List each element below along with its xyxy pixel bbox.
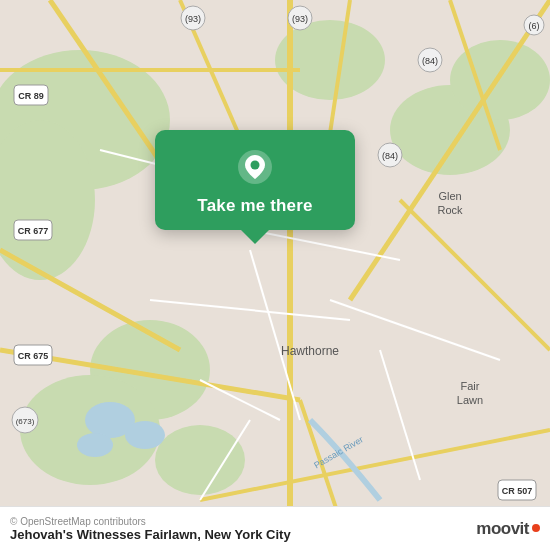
svg-text:(673): (673)	[16, 417, 35, 426]
osm-attribution: © OpenStreetMap contributors	[10, 516, 291, 527]
svg-text:CR 677: CR 677	[18, 226, 49, 236]
svg-text:Rock: Rock	[437, 204, 463, 216]
svg-point-11	[77, 433, 113, 457]
svg-point-7	[450, 40, 550, 120]
svg-point-5	[155, 425, 245, 495]
svg-text:(84): (84)	[382, 151, 398, 161]
svg-point-10	[125, 421, 165, 449]
bottom-bar: © OpenStreetMap contributors Jehovah's W…	[0, 506, 550, 550]
bottom-left-info: © OpenStreetMap contributors Jehovah's W…	[10, 516, 291, 542]
svg-text:(93): (93)	[185, 14, 201, 24]
svg-text:(93): (93)	[292, 14, 308, 24]
svg-text:Hawthorne: Hawthorne	[281, 344, 339, 358]
svg-text:Glen: Glen	[438, 190, 461, 202]
svg-text:CR 675: CR 675	[18, 351, 49, 361]
location-card: Take me there	[155, 130, 355, 230]
svg-text:(84): (84)	[422, 56, 438, 66]
moovit-dot-icon	[532, 524, 540, 532]
place-name-label: Jehovah's Witnesses Fairlawn, New York C…	[10, 527, 291, 542]
take-me-there-button[interactable]: Take me there	[197, 196, 312, 216]
svg-text:(6): (6)	[529, 21, 540, 31]
svg-text:CR 507: CR 507	[502, 486, 533, 496]
moovit-logo: moovit	[476, 519, 540, 539]
svg-text:CR 89: CR 89	[18, 91, 44, 101]
map-container: CR 89 CR 677 (93) (93) (84) (84) (6) CR …	[0, 0, 550, 550]
svg-text:Lawn: Lawn	[457, 394, 483, 406]
moovit-text: moovit	[476, 519, 529, 539]
location-pin-icon	[236, 148, 274, 186]
map-background: CR 89 CR 677 (93) (93) (84) (84) (6) CR …	[0, 0, 550, 550]
svg-text:Fair: Fair	[461, 380, 480, 392]
svg-point-59	[251, 161, 260, 170]
